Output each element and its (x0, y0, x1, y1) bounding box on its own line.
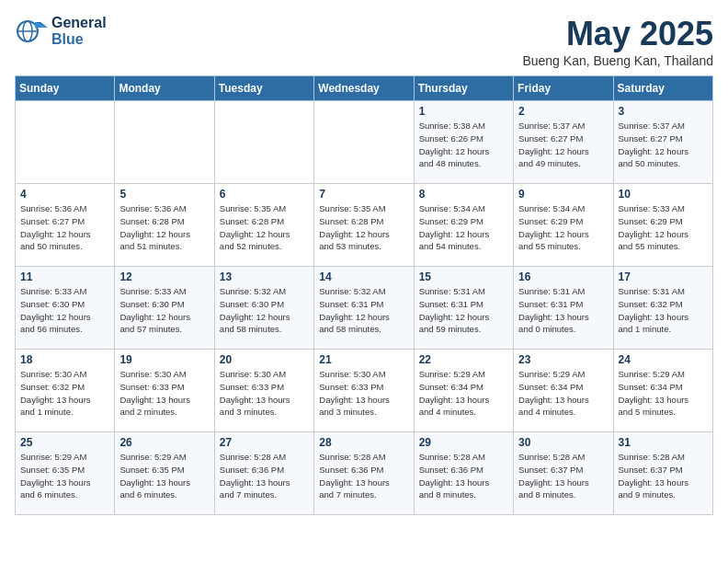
page-header: General Blue May 2025 Bueng Kan, Bueng K… (15, 15, 713, 68)
calendar-cell: 29Sunrise: 5:28 AM Sunset: 6:36 PM Dayli… (414, 432, 513, 515)
weekday-header-friday: Friday (514, 76, 613, 101)
calendar-cell: 15Sunrise: 5:31 AM Sunset: 6:31 PM Dayli… (414, 267, 513, 350)
day-info: Sunrise: 5:29 AM Sunset: 6:34 PM Dayligh… (619, 368, 708, 419)
day-info: Sunrise: 5:31 AM Sunset: 6:32 PM Dayligh… (619, 285, 708, 336)
weekday-header-monday: Monday (115, 76, 214, 101)
calendar-cell: 16Sunrise: 5:31 AM Sunset: 6:31 PM Dayli… (514, 267, 613, 350)
calendar-cell: 8Sunrise: 5:34 AM Sunset: 6:29 PM Daylig… (414, 184, 513, 267)
day-info: Sunrise: 5:38 AM Sunset: 6:26 PM Dayligh… (419, 120, 508, 170)
calendar-cell: 28Sunrise: 5:28 AM Sunset: 6:36 PM Dayli… (314, 432, 414, 515)
day-number: 3 (619, 105, 708, 118)
day-number: 7 (319, 188, 408, 201)
calendar-cell: 12Sunrise: 5:33 AM Sunset: 6:30 PM Dayli… (115, 267, 214, 350)
day-info: Sunrise: 5:30 AM Sunset: 6:33 PM Dayligh… (220, 368, 309, 419)
day-number: 12 (119, 270, 209, 283)
day-info: Sunrise: 5:30 AM Sunset: 6:33 PM Dayligh… (319, 368, 408, 419)
calendar-cell: 27Sunrise: 5:28 AM Sunset: 6:36 PM Dayli… (214, 432, 313, 515)
weekday-header-row: SundayMondayTuesdayWednesdayThursdayFrid… (16, 76, 713, 101)
calendar-cell (115, 101, 214, 184)
day-info: Sunrise: 5:29 AM Sunset: 6:34 PM Dayligh… (518, 368, 608, 419)
calendar-cell: 18Sunrise: 5:30 AM Sunset: 6:32 PM Dayli… (16, 350, 115, 432)
day-info: Sunrise: 5:32 AM Sunset: 6:30 PM Dayligh… (220, 285, 309, 336)
day-number: 30 (518, 436, 608, 449)
day-info: Sunrise: 5:28 AM Sunset: 6:36 PM Dayligh… (220, 451, 309, 501)
weekday-header-tuesday: Tuesday (214, 76, 313, 101)
day-info: Sunrise: 5:35 AM Sunset: 6:28 PM Dayligh… (319, 202, 408, 253)
day-number: 14 (319, 270, 408, 283)
day-info: Sunrise: 5:37 AM Sunset: 6:27 PM Dayligh… (518, 120, 608, 170)
day-number: 16 (518, 270, 608, 283)
weekday-header-wednesday: Wednesday (314, 76, 414, 101)
day-number: 27 (220, 436, 309, 449)
calendar-cell: 11Sunrise: 5:33 AM Sunset: 6:30 PM Dayli… (16, 267, 115, 350)
day-number: 2 (518, 105, 608, 118)
calendar-cell: 24Sunrise: 5:29 AM Sunset: 6:34 PM Dayli… (613, 350, 712, 432)
calendar-cell: 5Sunrise: 5:36 AM Sunset: 6:28 PM Daylig… (115, 184, 214, 267)
day-number: 8 (419, 188, 508, 201)
calendar-cell: 10Sunrise: 5:33 AM Sunset: 6:29 PM Dayli… (613, 184, 712, 267)
calendar-cell: 14Sunrise: 5:32 AM Sunset: 6:31 PM Dayli… (314, 267, 414, 350)
day-info: Sunrise: 5:31 AM Sunset: 6:31 PM Dayligh… (419, 285, 508, 336)
day-number: 25 (20, 436, 109, 449)
calendar-week-5: 25Sunrise: 5:29 AM Sunset: 6:35 PM Dayli… (16, 432, 713, 515)
day-info: Sunrise: 5:29 AM Sunset: 6:34 PM Dayligh… (419, 368, 508, 419)
day-info: Sunrise: 5:28 AM Sunset: 6:36 PM Dayligh… (419, 451, 508, 501)
day-number: 31 (619, 436, 708, 449)
day-number: 29 (419, 436, 508, 449)
day-number: 4 (20, 188, 109, 201)
location: Bueng Kan, Bueng Kan, Thailand (522, 53, 713, 68)
calendar-cell: 6Sunrise: 5:35 AM Sunset: 6:28 PM Daylig… (214, 184, 313, 267)
calendar-week-2: 4Sunrise: 5:36 AM Sunset: 6:27 PM Daylig… (16, 184, 713, 267)
calendar-table: SundayMondayTuesdayWednesdayThursdayFrid… (15, 75, 713, 515)
calendar-cell: 2Sunrise: 5:37 AM Sunset: 6:27 PM Daylig… (514, 101, 613, 184)
calendar-cell: 25Sunrise: 5:29 AM Sunset: 6:35 PM Dayli… (16, 432, 115, 515)
calendar-week-4: 18Sunrise: 5:30 AM Sunset: 6:32 PM Dayli… (16, 350, 713, 432)
calendar-week-1: 1Sunrise: 5:38 AM Sunset: 6:26 PM Daylig… (16, 101, 713, 184)
day-number: 26 (119, 436, 209, 449)
day-number: 24 (619, 353, 708, 366)
day-info: Sunrise: 5:36 AM Sunset: 6:28 PM Dayligh… (119, 202, 209, 253)
calendar-week-3: 11Sunrise: 5:33 AM Sunset: 6:30 PM Dayli… (16, 267, 713, 350)
calendar-cell: 20Sunrise: 5:30 AM Sunset: 6:33 PM Dayli… (214, 350, 313, 432)
day-number: 19 (119, 353, 209, 366)
day-info: Sunrise: 5:28 AM Sunset: 6:37 PM Dayligh… (619, 451, 708, 501)
day-number: 28 (319, 436, 408, 449)
day-number: 21 (319, 353, 408, 366)
day-number: 15 (419, 270, 508, 283)
calendar-cell: 30Sunrise: 5:28 AM Sunset: 6:37 PM Dayli… (514, 432, 613, 515)
calendar-cell: 3Sunrise: 5:37 AM Sunset: 6:27 PM Daylig… (613, 101, 712, 184)
calendar-cell: 31Sunrise: 5:28 AM Sunset: 6:37 PM Dayli… (613, 432, 712, 515)
calendar-cell: 9Sunrise: 5:34 AM Sunset: 6:29 PM Daylig… (514, 184, 613, 267)
calendar-cell: 22Sunrise: 5:29 AM Sunset: 6:34 PM Dayli… (414, 350, 513, 432)
day-info: Sunrise: 5:33 AM Sunset: 6:30 PM Dayligh… (119, 285, 209, 336)
calendar-cell: 4Sunrise: 5:36 AM Sunset: 6:27 PM Daylig… (16, 184, 115, 267)
weekday-header-saturday: Saturday (613, 76, 712, 101)
calendar-cell (16, 101, 115, 184)
day-number: 22 (419, 353, 508, 366)
day-info: Sunrise: 5:33 AM Sunset: 6:30 PM Dayligh… (20, 285, 109, 336)
calendar-cell: 19Sunrise: 5:30 AM Sunset: 6:33 PM Dayli… (115, 350, 214, 432)
calendar-cell: 7Sunrise: 5:35 AM Sunset: 6:28 PM Daylig… (314, 184, 414, 267)
day-number: 1 (419, 105, 508, 118)
day-info: Sunrise: 5:29 AM Sunset: 6:35 PM Dayligh… (119, 451, 209, 501)
day-number: 23 (518, 353, 608, 366)
calendar-cell (314, 101, 414, 184)
day-info: Sunrise: 5:37 AM Sunset: 6:27 PM Dayligh… (619, 120, 708, 170)
day-info: Sunrise: 5:33 AM Sunset: 6:29 PM Dayligh… (619, 202, 708, 253)
day-number: 20 (220, 353, 309, 366)
calendar-cell: 21Sunrise: 5:30 AM Sunset: 6:33 PM Dayli… (314, 350, 414, 432)
day-info: Sunrise: 5:30 AM Sunset: 6:32 PM Dayligh… (20, 368, 109, 419)
logo-text: General Blue (51, 15, 107, 48)
month-title: May 2025 (522, 15, 713, 53)
day-info: Sunrise: 5:34 AM Sunset: 6:29 PM Dayligh… (518, 202, 608, 253)
day-info: Sunrise: 5:29 AM Sunset: 6:35 PM Dayligh… (20, 451, 109, 501)
day-info: Sunrise: 5:36 AM Sunset: 6:27 PM Dayligh… (20, 202, 109, 253)
day-info: Sunrise: 5:28 AM Sunset: 6:37 PM Dayligh… (518, 451, 608, 501)
logo-icon (15, 15, 48, 48)
day-info: Sunrise: 5:30 AM Sunset: 6:33 PM Dayligh… (119, 368, 209, 419)
logo: General Blue (15, 15, 107, 48)
day-number: 18 (20, 353, 109, 366)
calendar-cell: 13Sunrise: 5:32 AM Sunset: 6:30 PM Dayli… (214, 267, 313, 350)
day-number: 13 (220, 270, 309, 283)
day-number: 10 (619, 188, 708, 201)
